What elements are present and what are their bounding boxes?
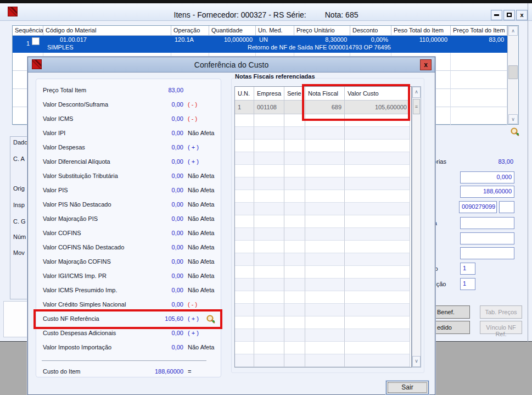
nf-empty-cell bbox=[254, 304, 284, 316]
cost-row-value: 0,00 bbox=[102, 173, 183, 179]
cost-row-suffix: ( + ) bbox=[188, 144, 199, 151]
maximize-button[interactable] bbox=[503, 10, 515, 20]
cost-row: Valor PIS Não Destacado0,00Não Afeta bbox=[36, 198, 221, 212]
nf-empty-cell bbox=[284, 228, 305, 241]
benef-button[interactable]: Benef. bbox=[435, 305, 470, 319]
column-header[interactable]: Preço Unitário bbox=[294, 26, 350, 36]
column-header[interactable]: Quantidade bbox=[209, 26, 256, 36]
column-header[interactable]: Preço Total do Item bbox=[451, 26, 507, 36]
nf-empty-cell bbox=[235, 253, 254, 266]
scroll-thumb[interactable] bbox=[508, 65, 518, 79]
nf-empty-cell bbox=[305, 241, 345, 253]
adicao-field[interactable]: 1 bbox=[460, 278, 475, 290]
cost-row-suffix: Não Afeta bbox=[188, 230, 214, 236]
nf-empty-cell bbox=[305, 140, 345, 152]
compra-field[interactable] bbox=[460, 217, 514, 229]
cost-row-value: 0,00 bbox=[102, 201, 183, 208]
nf-empty-cell bbox=[345, 266, 410, 279]
cost-row-label: Valor PIS Não Destacado bbox=[43, 201, 111, 208]
vinculo-nf-button[interactable]: Vínculo NF Ref. bbox=[480, 321, 522, 334]
column-header[interactable]: Sequência bbox=[13, 26, 43, 36]
empty-field[interactable] bbox=[460, 247, 514, 259]
cost-row: Valor Desconto/Suframa0,00( - ) bbox=[36, 98, 221, 112]
minimize-button[interactable] bbox=[491, 10, 502, 20]
nf-empty-cell bbox=[235, 140, 254, 152]
scroll-down-icon[interactable]: ∨ bbox=[412, 356, 421, 367]
nf-empty-cell bbox=[235, 354, 254, 367]
nf-empty-cell bbox=[345, 241, 410, 253]
nf-empty-cell bbox=[305, 342, 345, 354]
nf-scrollbar[interactable]: ∧ ≡ ∨ bbox=[412, 86, 421, 368]
nf-group-title: Notas Fiscais referenciadas bbox=[235, 73, 315, 80]
nf-empty-cell bbox=[284, 127, 305, 140]
nf-column-header[interactable]: U.N. bbox=[235, 87, 254, 101]
nf-empty-cell bbox=[345, 140, 410, 152]
nf-empty-cell bbox=[305, 329, 345, 342]
cost-row: Preço Total Item83,00 bbox=[36, 84, 221, 98]
bg-label: Mov bbox=[13, 249, 25, 256]
tab-precos-button[interactable]: Tab. Preços bbox=[480, 305, 522, 319]
sair-button[interactable]: Sair bbox=[386, 381, 429, 394]
custo-field[interactable]: 188,60000 bbox=[460, 186, 514, 198]
column-header[interactable]: Un. Med. bbox=[256, 26, 294, 36]
small-field[interactable] bbox=[499, 201, 514, 213]
cost-row-suffix: ( - ) bbox=[188, 101, 197, 108]
cost-row-value: 0,00 bbox=[102, 215, 183, 222]
items-empty-cell bbox=[451, 71, 507, 89]
conferencia-do-custo-dialog: Conferência do Custo x Preço Total Item8… bbox=[27, 57, 435, 395]
nf-empty-cell bbox=[254, 165, 284, 177]
nf-empty-cell bbox=[305, 316, 345, 329]
nf-referenced-table: U.N.EmpresaSerieNota FiscalValor Custo10… bbox=[234, 86, 412, 368]
column-header[interactable]: Desconto bbox=[350, 26, 391, 36]
valor-field[interactable]: 0,000 bbox=[460, 171, 514, 183]
total-separator bbox=[42, 360, 206, 361]
nf-empty-cell bbox=[254, 253, 284, 266]
nf-empty-cell bbox=[305, 215, 345, 228]
pedido-button[interactable]: edido bbox=[435, 321, 470, 334]
item-material-desc: SIMPLES bbox=[47, 44, 74, 51]
nf-empty-cell bbox=[235, 203, 254, 215]
cost-row-label: Valor IGI/ICMS Imp. PR bbox=[43, 272, 107, 279]
column-header[interactable]: Código do Material bbox=[43, 26, 171, 36]
cost-row-value: 0,00 bbox=[102, 258, 183, 265]
nf-empty-cell bbox=[235, 127, 254, 140]
search-records-icon-slot bbox=[509, 127, 520, 138]
nf-empty-row bbox=[235, 127, 411, 140]
cost-row-value: 0,00 bbox=[102, 301, 183, 308]
cost-row-value: 0,00 bbox=[102, 287, 183, 293]
nf-empty-cell bbox=[284, 342, 305, 354]
items-table-header: Sequência Código do Material Operação Qu… bbox=[13, 26, 518, 36]
cost-row-suffix: Não Afeta bbox=[188, 201, 214, 208]
empty-field[interactable] bbox=[460, 232, 514, 244]
items-scrollbar[interactable]: ∧ ∨ bbox=[507, 26, 518, 124]
ncm-field[interactable]: 0090279099 bbox=[459, 201, 497, 213]
scroll-up-icon[interactable]: ∧ bbox=[508, 26, 518, 36]
nf-empty-cell bbox=[235, 215, 254, 228]
cost-row-value: 0,00 bbox=[102, 158, 183, 165]
nf-empty-cell bbox=[305, 165, 345, 177]
screen: Itens - Fornecedor: 000327 - RS Série:No… bbox=[0, 0, 532, 395]
column-header[interactable]: Operação bbox=[171, 26, 209, 36]
modal-titlebar: Conferência do Custo x bbox=[28, 57, 435, 73]
close-button[interactable]: x bbox=[516, 10, 528, 20]
nf-column-header[interactable]: Empresa bbox=[254, 87, 284, 101]
magnifier-icon[interactable] bbox=[509, 127, 520, 138]
nf-empty-row bbox=[235, 316, 411, 329]
column-header[interactable]: Peso Total do Item bbox=[391, 26, 451, 36]
modal-close-button[interactable]: x bbox=[420, 59, 432, 70]
nf-empty-cell bbox=[235, 241, 254, 253]
nf-empty-cell bbox=[284, 203, 305, 215]
operacao-field[interactable]: 1 bbox=[460, 263, 475, 275]
scroll-up-icon[interactable]: ∧ bbox=[412, 87, 421, 98]
items-empty-cell bbox=[451, 89, 507, 107]
scroll-thumb[interactable]: ≡ bbox=[413, 99, 420, 114]
nf-empty-cell bbox=[345, 316, 410, 329]
nf-empty-cell bbox=[284, 253, 305, 266]
cost-row-label: Valor IPI bbox=[43, 130, 65, 136]
cost-row: Valor ICMS Presumido Imp.0,00Não Afeta bbox=[36, 283, 221, 298]
nf-empty-cell bbox=[305, 291, 345, 304]
scroll-down-icon[interactable]: ∨ bbox=[508, 114, 518, 124]
annotation-highlight-nf-columns bbox=[302, 84, 410, 121]
cost-row-label: Preço Total Item bbox=[43, 87, 86, 93]
item-row-selected[interactable]: 1 01.00.017 120.1A 10,000000 UN 8,30000 … bbox=[13, 36, 507, 53]
